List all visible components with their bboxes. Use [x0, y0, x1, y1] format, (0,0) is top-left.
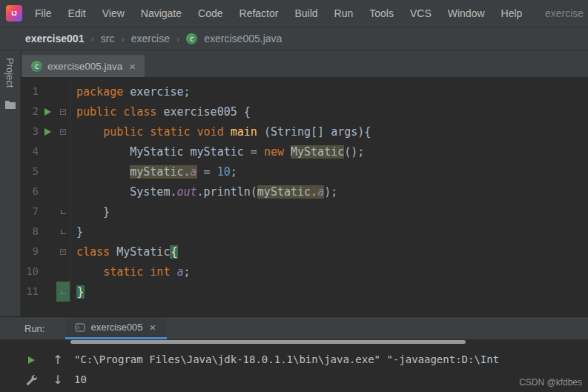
code-line[interactable]: 1package exercise; — [21, 82, 588, 102]
editor-column: c exercise005.java × 1package exercise;2… — [21, 50, 588, 316]
code-text: class MyStatic{ — [70, 242, 178, 262]
code-text: } — [70, 222, 83, 242]
fold-marker[interactable] — [56, 282, 70, 302]
gutter-spacer — [39, 262, 56, 282]
code-line[interactable]: 11} — [21, 282, 588, 302]
menu-item-tools[interactable]: Tools — [361, 0, 402, 27]
run-tab-label: exercise005 — [90, 322, 142, 333]
editor-tab-bar: c exercise005.java × — [21, 50, 588, 77]
code-text: MyStatic myStatic = new MyStatic(); — [70, 142, 364, 162]
gutter-spacer — [39, 222, 56, 242]
ide-window: IJ File Edit View Navigate Code Refactor… — [0, 0, 588, 392]
menu-item-edit[interactable]: Edit — [60, 0, 94, 27]
up-arrow-icon[interactable]: ↑ — [53, 353, 62, 367]
code-text: } — [70, 202, 110, 222]
breadcrumb-item-src[interactable]: src — [101, 33, 115, 44]
main-area: Project c exercise005.java × 1package ex… — [0, 50, 588, 316]
breadcrumb-item-file[interactable]: exercise005.java — [204, 33, 282, 44]
java-class-icon: c — [31, 61, 42, 72]
breadcrumb-separator: › — [176, 33, 179, 44]
gutter-spacer — [39, 82, 56, 102]
gutter-spacer — [39, 282, 56, 302]
code-editor[interactable]: 1package exercise;2public class exercise… — [21, 77, 588, 316]
code-text: System.out.println(myStatic.a); — [70, 182, 337, 202]
fold-spacer — [56, 182, 70, 202]
wrench-icon[interactable] — [26, 374, 37, 385]
console-area[interactable]: ↑ ↓ "C:\Program Files\Java\jdk-18.0.1.1\… — [0, 344, 588, 392]
run-triangle-icon[interactable] — [44, 128, 51, 136]
run-line-icon[interactable] — [39, 122, 56, 142]
run-line-icon[interactable] — [39, 102, 56, 122]
line-number[interactable]: 6 — [21, 182, 39, 202]
menu-item-run[interactable]: Run — [326, 0, 362, 27]
console-icon — [75, 322, 85, 333]
down-arrow-icon[interactable]: ↓ — [53, 373, 62, 387]
code-line[interactable]: 7 } — [21, 202, 588, 222]
menu-item-window[interactable]: Window — [440, 0, 493, 27]
fold-marker[interactable] — [56, 202, 70, 222]
code-line[interactable]: 4 MyStatic myStatic = new MyStatic(); — [21, 142, 588, 162]
code-line[interactable]: 3 public static void main (String[] args… — [21, 122, 588, 142]
code-text: } — [70, 282, 85, 302]
menu-item-navigate[interactable]: Navigate — [133, 0, 190, 27]
project-tool-button[interactable]: Project — [4, 58, 16, 87]
menu-item-vcs[interactable]: VCS — [402, 0, 440, 27]
code-line[interactable]: 9class MyStatic{ — [21, 242, 588, 262]
code-line[interactable]: 5 myStatic.a = 10; — [21, 162, 588, 182]
console-line: "C:\Program Files\Java\jdk-18.0.1.1\bin\… — [74, 350, 588, 370]
code-line[interactable]: 8} — [21, 222, 588, 242]
run-tab-exercise005[interactable]: exercise005 × — [65, 317, 167, 339]
menu-item-code[interactable]: Code — [190, 0, 231, 27]
run-panel-header: Run: exercise005 × — [0, 317, 588, 339]
menu-item-build[interactable]: Build — [286, 0, 326, 27]
code-text: static int a; — [70, 262, 191, 282]
run-config-text: exercise — [545, 0, 588, 27]
breadcrumb-separator: › — [121, 33, 124, 44]
line-number[interactable]: 8 — [21, 222, 39, 242]
gutter-spacer — [39, 242, 56, 262]
menu-item-refactor[interactable]: Refactor — [231, 0, 287, 27]
folder-icon[interactable] — [4, 99, 16, 110]
rerun-icon[interactable] — [28, 356, 35, 364]
fold-marker[interactable] — [56, 122, 70, 142]
line-number[interactable]: 5 — [21, 162, 39, 182]
breadcrumb-item-project[interactable]: exercise001 — [25, 33, 84, 44]
code-line[interactable]: 10 static int a; — [21, 262, 588, 282]
console-output: "C:\Program Files\Java\jdk-18.0.1.1\bin\… — [74, 350, 588, 390]
code-text: public class exercise005 { — [70, 102, 251, 122]
line-number[interactable]: 1 — [21, 82, 39, 102]
run-panel-title: Run: — [24, 323, 44, 334]
close-icon[interactable]: × — [148, 322, 158, 333]
fold-spacer — [56, 142, 70, 162]
breadcrumb-item-package[interactable]: exercise — [131, 33, 170, 44]
tab-label: exercise005.java — [47, 61, 122, 72]
menu-bar: IJ File Edit View Navigate Code Refactor… — [0, 0, 588, 27]
intellij-logo-icon[interactable]: IJ — [6, 5, 22, 21]
fold-marker[interactable] — [56, 102, 70, 122]
fold-marker[interactable] — [56, 242, 70, 262]
line-number[interactable]: 2 — [21, 102, 39, 122]
close-icon[interactable]: × — [128, 61, 137, 72]
left-tool-strip: Project — [0, 50, 21, 316]
line-number[interactable]: 3 — [21, 122, 39, 142]
fold-marker[interactable] — [56, 222, 70, 242]
menu-item-help[interactable]: Help — [493, 0, 531, 27]
code-text: public static void main (String[] args){ — [70, 122, 371, 142]
code-line[interactable]: 6 System.out.println(myStatic.a); — [21, 182, 588, 202]
console-line: 10 — [74, 370, 588, 390]
line-number[interactable]: 4 — [21, 142, 39, 162]
fold-spacer — [56, 262, 70, 282]
tab-exercise005-java[interactable]: c exercise005.java × — [22, 55, 145, 77]
fold-spacer — [56, 82, 70, 102]
line-number[interactable]: 9 — [21, 242, 39, 262]
line-number[interactable]: 11 — [21, 282, 39, 302]
code-text: package exercise; — [70, 82, 191, 102]
run-triangle-icon[interactable] — [44, 108, 51, 116]
menu-item-view[interactable]: View — [94, 0, 133, 27]
code-text: myStatic.a = 10; — [70, 162, 237, 182]
code-line[interactable]: 2public class exercise005 { — [21, 102, 588, 122]
line-number[interactable]: 10 — [21, 262, 39, 282]
watermark: CSDN @kfdbes — [519, 377, 582, 388]
line-number[interactable]: 7 — [21, 202, 39, 222]
menu-item-file[interactable]: File — [27, 0, 60, 27]
